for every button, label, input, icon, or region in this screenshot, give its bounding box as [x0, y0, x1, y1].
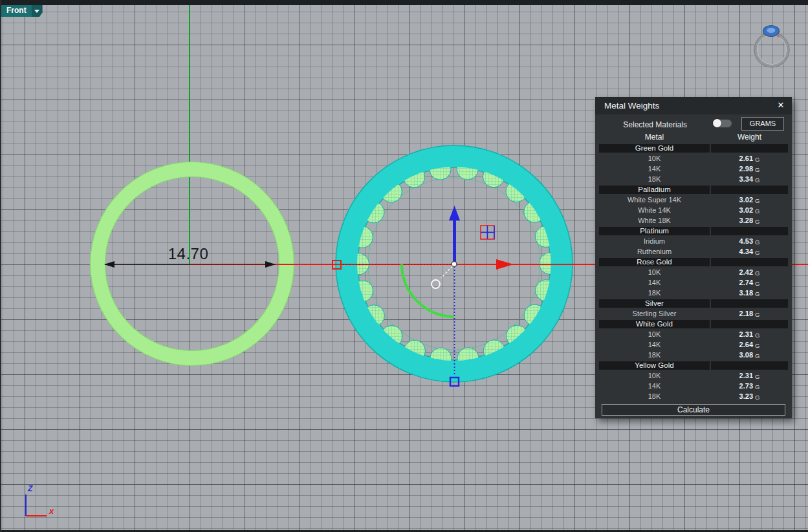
metal-label: 10K	[599, 267, 710, 277]
metal-row[interactable]: 10K2.42G	[599, 267, 788, 277]
metal-label: Iridium	[599, 236, 710, 246]
metal-weight-value: 3.08G	[711, 350, 788, 361]
metal-section-row: Palladium	[599, 184, 788, 195]
gumball-rotate-arc[interactable]	[402, 265, 453, 317]
section-name: Yellow Gold	[599, 361, 710, 370]
gumball-center-dot[interactable]	[452, 262, 457, 267]
section-weight-cell	[711, 361, 788, 370]
section-weight-cell	[711, 299, 788, 308]
metal-label: 14K	[599, 277, 710, 288]
section-weight-cell	[711, 186, 788, 194]
section-name: Silver	[599, 299, 710, 308]
gumball-x-arrow[interactable]	[496, 259, 514, 270]
weight-column-header: Weight	[711, 133, 788, 143]
metal-label: 14K	[599, 381, 710, 391]
table-headers: Metal Weight	[599, 133, 788, 143]
section-name: Green Gold	[599, 144, 710, 153]
metal-row[interactable]: 18K3.18G	[599, 288, 788, 298]
z-axis-label: Z	[27, 484, 33, 493]
metal-row[interactable]: 14K2.98G	[599, 164, 788, 174]
dimension-arrow-right	[265, 261, 276, 268]
cad-viewport: Z x 14.70 Front Metal Weights ✕ Selected…	[0, 0, 808, 532]
metal-row[interactable]: 18K3.34G	[599, 174, 788, 184]
metal-weight-value: 2.74G	[711, 277, 788, 288]
chevron-down-icon	[34, 10, 39, 13]
metal-row[interactable]: White 18K3.28G	[599, 215, 788, 226]
metal-weight-value: 3.18G	[711, 288, 788, 299]
metal-row[interactable]: 14K2.74G	[599, 277, 788, 288]
metal-section-row: Silver	[599, 298, 788, 308]
metal-weight-value: 2.73G	[711, 381, 788, 392]
metal-label: 10K	[599, 329, 710, 339]
calculate-button[interactable]: Calculate	[602, 404, 785, 416]
metal-weight-value: 2.64G	[711, 339, 788, 350]
metal-label: White Super 14K	[599, 195, 710, 205]
metal-row[interactable]: Ruthenium4.34G	[599, 246, 788, 257]
metal-label: White 18K	[599, 215, 710, 226]
selected-materials-label: Selected Materials	[595, 120, 687, 129]
metal-label: 18K	[599, 174, 710, 184]
panel-title: Metal Weights	[604, 101, 659, 111]
metal-label: 10K	[599, 370, 710, 381]
metal-row[interactable]: 18K3.08G	[599, 350, 788, 360]
section-weight-cell	[711, 258, 788, 266]
gumball-plane-widget[interactable]	[481, 226, 494, 239]
metal-row[interactable]: White 14K3.02G	[599, 205, 788, 215]
metal-weight-value: 3.34G	[711, 174, 788, 185]
gumball-origin-handle[interactable]	[431, 280, 440, 288]
x-axis-label: x	[49, 506, 54, 516]
section-weight-cell	[711, 320, 788, 328]
toggle-knob	[713, 119, 721, 127]
metal-row[interactable]: 10K2.31G	[599, 370, 788, 381]
viewport-tab[interactable]: Front	[1, 5, 43, 17]
metal-row[interactable]: Sterling Silver2.18G	[599, 308, 788, 319]
metal-weight-value: 3.23G	[711, 391, 788, 402]
metal-weight-value: 2.42G	[711, 267, 788, 278]
gumball-offset-line	[441, 266, 452, 278]
metal-label: White 14K	[599, 205, 710, 215]
metal-section-row: White Gold	[599, 319, 788, 329]
metal-weight-value: 3.02G	[711, 195, 788, 206]
left-edge	[0, 0, 1, 532]
section-name: Rose Gold	[599, 258, 710, 266]
metal-label: 14K	[599, 164, 710, 174]
cplane-axis-indicator: Z x	[26, 484, 54, 516]
metal-weight-value: 2.98G	[711, 164, 788, 175]
metal-table: Green Gold10K2.61G14K2.98G18K3.34GPallad…	[599, 143, 788, 401]
metal-label: 18K	[599, 350, 710, 360]
top-toolbar-strip	[0, 0, 808, 5]
section-name: Palladium	[599, 186, 710, 194]
metal-section-row: Rose Gold	[599, 257, 788, 267]
section-name: White Gold	[599, 320, 710, 328]
metal-column-header: Metal	[599, 133, 710, 143]
dimension-value: 14.70	[162, 245, 215, 263]
close-icon[interactable]: ✕	[776, 100, 786, 111]
metal-row[interactable]: Iridium4.53G	[599, 236, 788, 246]
metal-weights-panel: Metal Weights ✕ Selected Materials GRAMS…	[595, 97, 792, 418]
metal-weight-value: 2.61G	[711, 153, 788, 164]
metal-section-row: Green Gold	[599, 143, 788, 153]
selected-materials-toggle[interactable]	[714, 120, 732, 127]
metal-label: 14K	[599, 339, 710, 350]
metal-section-row: Yellow Gold	[599, 360, 788, 370]
ring-model-preview[interactable]	[754, 26, 789, 68]
metal-label: 18K	[599, 288, 710, 298]
viewport-title[interactable]: Front	[1, 5, 32, 17]
metal-row[interactable]: 18K3.23G	[599, 391, 788, 401]
metal-weight-value: 2.31G	[711, 329, 788, 340]
grams-unit-button[interactable]: GRAMS	[741, 117, 784, 131]
metal-row[interactable]: White Super 14K3.02G	[599, 195, 788, 205]
metal-row[interactable]: 14K2.73G	[599, 381, 788, 391]
metal-weight-value: 3.28G	[711, 215, 788, 226]
gumball-y-arrow[interactable]	[449, 206, 460, 263]
metal-row[interactable]: 10K2.31G	[599, 329, 788, 339]
section-weight-cell	[711, 144, 788, 153]
viewport-menu-button[interactable]	[32, 5, 43, 17]
metal-row[interactable]: 14K2.64G	[599, 339, 788, 350]
section-weight-cell	[711, 227, 788, 235]
dimension-arrow-left	[104, 261, 115, 268]
metal-row[interactable]: 10K2.61G	[599, 153, 788, 164]
metal-weight-value: 2.31G	[711, 370, 788, 381]
metal-section-row: Platinum	[599, 226, 788, 236]
metal-label: Sterling Silver	[599, 308, 710, 319]
